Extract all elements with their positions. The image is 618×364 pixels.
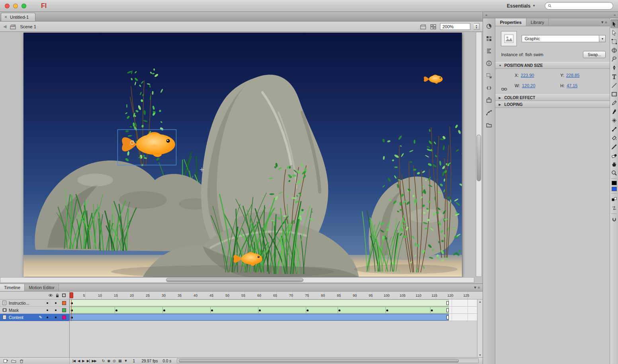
y-value[interactable]: 228.85 (566, 73, 580, 78)
snap-to-objects-button[interactable] (610, 215, 618, 224)
keyframe-dot[interactable] (115, 309, 117, 311)
lock-all-icon[interactable] (54, 293, 61, 298)
brush-tool[interactable] (610, 107, 618, 116)
free-transform-tool[interactable] (610, 37, 618, 46)
step-back-button[interactable]: ◀ (76, 359, 81, 363)
delete-layer-button[interactable] (19, 358, 24, 364)
back-arrow-icon[interactable]: ◀ (3, 24, 6, 29)
layer-visibility-toggle[interactable] (44, 309, 51, 311)
hand-tool[interactable] (610, 160, 618, 168)
chevron-down-icon[interactable]: ▼ (599, 35, 606, 42)
window-zoom-button[interactable] (22, 4, 26, 8)
swap-colors-button[interactable] (610, 204, 618, 212)
timeline-vertical-scrollbar[interactable]: ▲▼ (477, 299, 483, 357)
code-snippets-panel-icon[interactable] (484, 83, 494, 93)
keyframe-dot[interactable] (431, 309, 433, 311)
motion-presets-panel-icon[interactable] (484, 108, 494, 117)
new-layer-button[interactable] (3, 358, 8, 364)
stage-canvas[interactable] (23, 33, 462, 277)
paint-bucket-tool[interactable] (610, 133, 618, 142)
layer-visibility-toggle[interactable] (44, 317, 51, 318)
end-frame-marker[interactable] (446, 308, 449, 312)
rectangle-tool[interactable] (610, 90, 618, 98)
search-field[interactable] (545, 2, 613, 10)
frame-rate-indicator[interactable]: 29.97 fps (141, 359, 158, 363)
layer-outline-color-toggle[interactable] (61, 315, 67, 319)
layer-outline-color-toggle[interactable] (61, 301, 67, 305)
keyframe-dot[interactable] (386, 309, 388, 311)
project-panel-icon[interactable] (484, 120, 494, 130)
section-color-effect[interactable]: ▶ COLOR EFFECT (495, 94, 610, 101)
end-frame-marker[interactable] (446, 315, 449, 319)
frame-row[interactable] (70, 307, 483, 314)
loop-button[interactable]: ↻ (101, 359, 106, 363)
scene-breadcrumb[interactable]: Scene 1 (20, 24, 36, 29)
workspace-switcher[interactable]: Essentials ▼ (507, 3, 536, 9)
tab-close-icon[interactable]: × (4, 15, 7, 20)
stage-vertical-scrollbar[interactable] (476, 32, 482, 277)
symbol-type-dropdown[interactable]: Graphic ▼ (522, 35, 606, 42)
modify-markers-button[interactable]: ▼ (123, 359, 129, 363)
text-tool[interactable] (610, 72, 618, 81)
layer-row-mask[interactable]: Mask (0, 307, 69, 314)
zoom-level-input[interactable]: 200% (440, 23, 470, 30)
selection-tool[interactable] (610, 20, 618, 28)
eraser-tool[interactable] (610, 151, 618, 160)
keyframe-dot[interactable] (211, 309, 213, 311)
document-tab[interactable]: × Untitled-1 (1, 13, 35, 21)
tab-properties[interactable]: Properties (495, 18, 526, 26)
edit-multiple-frames-button[interactable]: ▦ (117, 359, 123, 363)
layer-row-instructio-[interactable]: Instructio... (0, 299, 69, 307)
h-value[interactable]: 47.15 (567, 83, 578, 88)
onion-outlines-button[interactable]: ◎ (111, 359, 117, 363)
3d-rotation-tool[interactable] (610, 46, 618, 55)
show-hide-all-icon[interactable] (47, 293, 54, 297)
go-last-button[interactable]: ▶▶ (91, 359, 98, 363)
frame-span[interactable] (70, 307, 449, 313)
collapse-dock-strip-icon[interactable]: « (485, 13, 487, 17)
layer-visibility-toggle[interactable] (44, 302, 51, 304)
layer-outline-color-toggle[interactable] (61, 308, 67, 312)
deco-tool[interactable] (610, 116, 618, 125)
fill-color-swatch[interactable] (612, 187, 617, 191)
tab-motion-editor[interactable]: Motion Editor (25, 284, 59, 291)
section-position-and-size[interactable]: ▼ POSITION AND SIZE (495, 62, 610, 69)
frame-span[interactable] (70, 314, 449, 321)
timeline-panel-menu-icon[interactable]: ▼≡ (471, 284, 483, 291)
new-folder-button[interactable] (11, 358, 16, 364)
frame-span[interactable] (70, 299, 449, 306)
onion-skin-button[interactable]: ◉ (106, 359, 111, 363)
lasso-tool[interactable] (610, 55, 618, 63)
line-tool[interactable] (610, 81, 618, 90)
bone-tool[interactable] (610, 125, 618, 133)
current-frame-indicator[interactable]: 1 (131, 359, 137, 363)
layer-lock-toggle[interactable] (52, 302, 59, 304)
layer-row-content[interactable]: Content✎ (0, 314, 69, 321)
components-panel-icon[interactable] (484, 96, 494, 105)
frame-row[interactable] (70, 299, 483, 307)
zoom-tool[interactable] (610, 168, 618, 177)
eyedropper-tool[interactable] (610, 142, 618, 151)
swap-button[interactable]: Swap... (583, 51, 606, 58)
timeline-ruler[interactable]: 5101520253035404550556065707580859095100… (70, 292, 483, 299)
end-frame-marker[interactable] (446, 301, 449, 305)
align-panel-icon[interactable] (484, 46, 494, 56)
stroke-color-swatch[interactable] (612, 181, 617, 185)
info-panel-icon[interactable] (484, 59, 494, 68)
go-first-button[interactable]: |◀ (71, 359, 76, 363)
keyframe-dot[interactable] (163, 309, 165, 311)
pencil-tool[interactable] (610, 98, 618, 107)
tab-timeline[interactable]: Timeline (0, 284, 25, 291)
timeline-scroll-thumb[interactable] (179, 359, 459, 362)
keyframe-dot[interactable] (338, 309, 340, 311)
layer-lock-toggle[interactable] (52, 317, 59, 318)
transform-panel-icon[interactable] (484, 71, 494, 80)
outline-all-icon[interactable] (61, 293, 67, 297)
keyframe-dot[interactable] (259, 309, 261, 311)
layer-lock-toggle[interactable] (52, 309, 59, 311)
window-close-button[interactable] (5, 4, 10, 8)
frame-row[interactable] (70, 314, 483, 321)
w-value[interactable]: 120.20 (522, 83, 536, 88)
properties-panel-menu-icon[interactable]: ▼≡ (598, 18, 610, 26)
swatches-panel-icon[interactable] (484, 34, 494, 43)
